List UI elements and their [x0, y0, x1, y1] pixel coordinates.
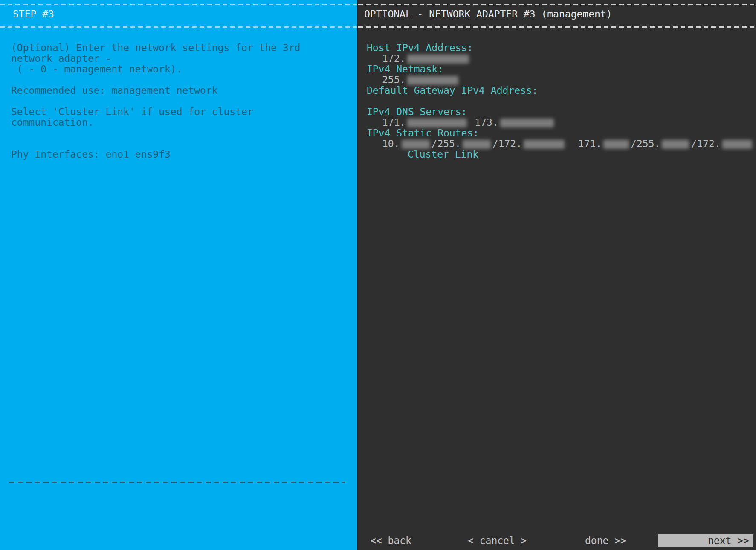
installer-screen: STEP #3 (Optional) Enter the network set…: [0, 0, 756, 550]
redacted-value: [500, 119, 554, 127]
ipv4-static-routes-value[interactable]: 10./255./172. 171./255./172.: [367, 139, 756, 149]
redacted-value: [603, 140, 629, 149]
step-text-line: communication.: [11, 117, 357, 128]
done-button[interactable]: done >>: [585, 536, 626, 546]
step-text-line: Recommended use: management network: [11, 85, 357, 96]
value-text: 173.: [469, 117, 498, 128]
field-label: IPv4 Static Routes:: [367, 128, 756, 139]
dashed-divider: [0, 4, 357, 5]
adapter-form-panel: OPTIONAL - NETWORK ADAPTER #3 (managemen…: [357, 0, 756, 550]
value-text: /255.: [432, 138, 461, 149]
value-text: 171.: [382, 117, 406, 128]
cancel-button[interactable]: < cancel >: [468, 536, 527, 546]
step-text-line: [11, 75, 357, 85]
step-text-line: network adapter -: [11, 53, 357, 64]
redacted-value: [722, 140, 752, 149]
dashed-divider: [0, 26, 357, 28]
redacted-value: [407, 119, 467, 127]
value-text: 172.: [382, 53, 406, 64]
back-button[interactable]: << back: [370, 536, 411, 546]
step-text-line: [11, 96, 357, 107]
redacted-value: [524, 140, 565, 149]
value-text: /255.: [631, 138, 660, 149]
step-text-line: Phy Interfaces: eno1 ens9f3: [11, 149, 357, 160]
field-label: IPv4 DNS Servers:: [367, 107, 756, 117]
next-button[interactable]: next >>: [658, 534, 753, 547]
redacted-value: [402, 140, 430, 149]
step-text-line: (Optional) Enter the network settings fo…: [11, 43, 357, 53]
redacted-value: [407, 55, 469, 64]
redacted-value: [407, 76, 458, 85]
default-gateway-value-empty[interactable]: [367, 96, 756, 107]
value-text: 255.: [382, 74, 406, 85]
step-text-line: [11, 128, 357, 139]
redacted-value: [662, 140, 689, 149]
dashed-divider-bottom: [9, 482, 345, 483]
cluster-link-option[interactable]: Cluster Link: [367, 149, 756, 160]
form-title: OPTIONAL - NETWORK ADAPTER #3 (managemen…: [358, 9, 756, 20]
adapter-form: Host IPv4 Address:172.IPv4 Netmask:255.D…: [358, 43, 756, 160]
ipv4-dns-servers-value[interactable]: 171. 173.: [367, 117, 756, 128]
step-title: STEP #3: [0, 9, 357, 20]
step-panel: STEP #3 (Optional) Enter the network set…: [0, 0, 357, 550]
value-text: 10.: [382, 138, 400, 149]
redacted-value: [463, 140, 491, 149]
step-text-line: Select 'Cluster Link' if used for cluste…: [11, 107, 357, 117]
field-label: Host IPv4 Address:: [367, 43, 756, 53]
value-text: /172.: [492, 138, 522, 149]
value-text: /172.: [691, 138, 720, 149]
dashed-divider: [358, 4, 756, 5]
host-ipv4-address-value[interactable]: 172.: [367, 53, 756, 64]
step-text-line: [11, 139, 357, 149]
ipv4-netmask-value[interactable]: 255.: [367, 75, 756, 85]
field-label: IPv4 Netmask:: [367, 64, 756, 75]
step-panel-content: (Optional) Enter the network settings fo…: [0, 43, 357, 160]
dashed-divider: [358, 26, 756, 28]
field-label: Default Gateway IPv4 Address:: [367, 85, 756, 96]
value-text: 171.: [566, 138, 602, 149]
step-text-line: ( - 0 - management network).: [11, 64, 357, 75]
